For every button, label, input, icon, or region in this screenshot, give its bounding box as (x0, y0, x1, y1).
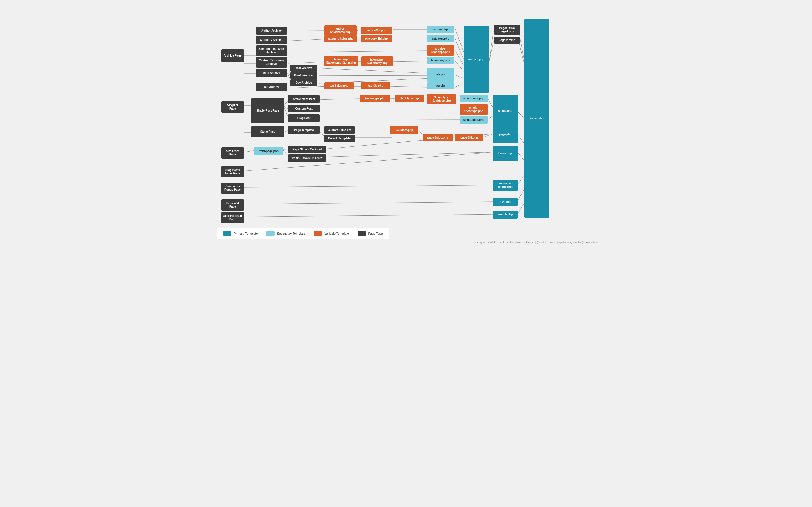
svg-line-21 (288, 87, 326, 88)
legend-secondary-box (266, 231, 274, 236)
singular-page-node: SingularPage (221, 101, 244, 113)
legend: Primary Template Secondary Template Vari… (217, 228, 389, 239)
svg-line-43 (488, 115, 493, 119)
page-shown-on-front-node: Page Shown On Front (288, 146, 326, 153)
blog-posts-index-page-node: Blog PostsIndex Page (221, 166, 244, 177)
taxonomy-php-node: taxonomy.php (427, 57, 454, 64)
legend-primary-label: Primary Template (234, 232, 258, 235)
page-php-node: page.php (493, 126, 518, 143)
svg-line-4 (288, 39, 326, 41)
page-id-node: page-$id.php (455, 134, 483, 142)
error-404-page-node: Error 404Page (221, 200, 244, 211)
svg-line-58 (517, 152, 524, 161)
archive-php-node: archive.php (464, 26, 489, 93)
legend-primary: Primary Template (223, 231, 258, 236)
diagram-area: Archive Page Author Archive Category Arc… (206, 6, 606, 223)
attachment-post-node: Attachment Post (288, 95, 320, 103)
taxonomy-tax-node: taxonomy-$taxonomy.php (361, 56, 393, 66)
svg-line-52 (484, 134, 493, 137)
tag-id-node: tag-$id.php (361, 82, 391, 89)
taxonomy-term-node: taxonomy-$taxonomy-$term.php (324, 56, 358, 66)
svg-line-61 (244, 185, 493, 187)
svg-line-63 (244, 202, 493, 204)
custom-template-node: Custom Template (324, 126, 355, 134)
default-template-node: Default Template (324, 135, 355, 142)
paged-true-node: Paged: truepaged.php (494, 25, 520, 35)
svg-line-8 (288, 51, 428, 52)
svg-line-26 (489, 41, 493, 62)
svg-line-57 (326, 152, 493, 157)
category-id-node: category-$id.php (361, 35, 392, 42)
svg-line-60 (244, 152, 493, 171)
search-result-page-node: Search ResultPage (221, 212, 244, 223)
archive-posttype-node: archive-$posttype.php (427, 45, 454, 56)
svg-line-64 (517, 189, 524, 202)
posts-shown-on-front-node: Posts Shown On Front (288, 154, 326, 162)
svg-line-17 (319, 68, 428, 73)
archive-page-node: Archive Page (221, 49, 244, 62)
single-post-php-node: single-post.php (460, 116, 488, 124)
page-slug-node: page-$slug.php (423, 134, 453, 142)
custom-taxonomy-archive-node: Custom TaxonomyArchive (256, 57, 287, 68)
tag-archive-node: Tag Archive (256, 83, 287, 91)
subtype-php-node: $subtype.php (395, 95, 424, 102)
index-php-node: index.php (524, 19, 549, 218)
author-id-node: author-$id.php (361, 27, 392, 34)
svg-line-39 (488, 99, 493, 108)
tag-slug-node: tag-$slug.php (324, 82, 354, 89)
svg-line-18 (319, 75, 428, 76)
legend-secondary: Secondary Template (266, 231, 305, 236)
category-archive-node: Category Archive (256, 36, 287, 44)
month-archive-node: Month Archive (290, 72, 317, 79)
svg-line-27 (519, 31, 524, 62)
svg-line-62 (517, 175, 524, 185)
svg-line-23 (391, 87, 428, 87)
legend-secondary-label: Secondary Template (277, 232, 305, 235)
day-archive-node: Day Archive (290, 79, 317, 86)
legend-primary-box (223, 231, 232, 236)
comments-popup-page-node: CommentsPopup Page (221, 182, 244, 194)
legend-page-type: Page Type (357, 231, 383, 236)
site-front-page-node: Site FrontPage (221, 147, 244, 159)
page-template-node: Page Template (288, 126, 320, 134)
legend-variable: Variable Template (313, 231, 349, 236)
custom-post-node: Custom Post (288, 105, 320, 112)
svg-line-25 (489, 31, 493, 62)
category-slug-node: category-$slug.php (324, 35, 357, 42)
category-php-node: category.php (427, 35, 454, 42)
author-archive-node: Author Archive (256, 27, 287, 35)
legend-variable-box (313, 231, 322, 236)
mimetype-php-node: $mimetype.php (360, 95, 390, 102)
legend-variable-label: Variable Template (324, 232, 349, 235)
svg-line-12 (393, 61, 428, 62)
front-page-php-node: front-page.php (254, 147, 283, 155)
comments-popup-php-node: comments-popup.php (493, 180, 518, 191)
svg-line-35 (320, 99, 361, 100)
single-posttype-node: single-$posttype.php (460, 104, 488, 115)
date-php-node: date.php (427, 68, 454, 82)
legend-page-type-box (357, 231, 366, 236)
custom-post-type-archive-node: Custom Post TypeArchive (256, 45, 287, 56)
custom-php-node: $custom.php (390, 126, 418, 134)
paged-false-node: Paged: false (494, 37, 520, 44)
author-nicename-node: author-$nicename.php (324, 25, 357, 35)
svg-line-65 (244, 214, 493, 217)
single-php-node: single.php (493, 95, 518, 127)
author-php-node: author.php (427, 26, 454, 33)
svg-line-54 (244, 151, 255, 152)
home-php-node: home.php (493, 146, 518, 161)
svg-line-44 (517, 111, 524, 118)
single-post-page-node: Single Post Page (252, 98, 284, 123)
search-php-node: search.php (493, 211, 518, 219)
tag-php-node: tag.php (427, 82, 454, 89)
date-archive-node: Date Archive (256, 69, 287, 77)
year-archive-node: Year Archive (290, 65, 317, 71)
attachment-php-node: attachment.php (460, 95, 488, 102)
svg-line-53 (517, 134, 524, 144)
svg-line-42 (320, 119, 461, 119)
svg-line-10 (288, 62, 326, 63)
blog-post-node: Blog Post (288, 114, 320, 122)
mimetype-subtype-node: $mimetype$subtype.php (427, 94, 456, 105)
error-404-php-node: 404.php (493, 198, 518, 206)
svg-line-28 (519, 41, 524, 65)
